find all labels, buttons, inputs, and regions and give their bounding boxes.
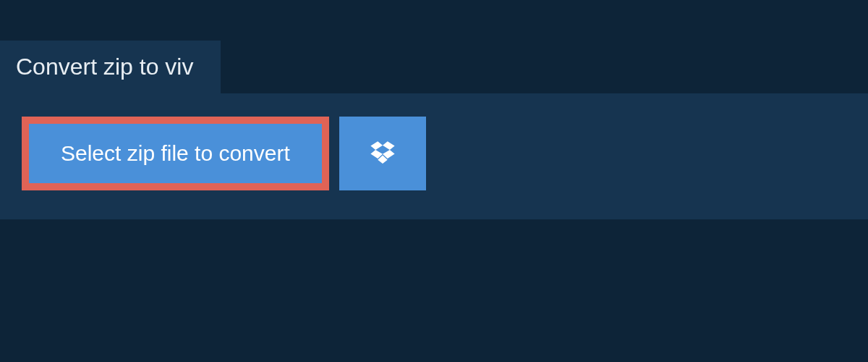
- tab-header: Convert zip to viv: [0, 41, 221, 93]
- page-title: Convert zip to viv: [16, 54, 193, 80]
- select-file-label: Select zip file to convert: [61, 141, 290, 166]
- dropbox-button[interactable]: [339, 117, 426, 190]
- button-row: Select zip file to convert: [22, 117, 846, 190]
- converter-panel: Select zip file to convert: [0, 93, 868, 219]
- dropbox-icon: [369, 139, 396, 169]
- select-file-button[interactable]: Select zip file to convert: [22, 117, 329, 190]
